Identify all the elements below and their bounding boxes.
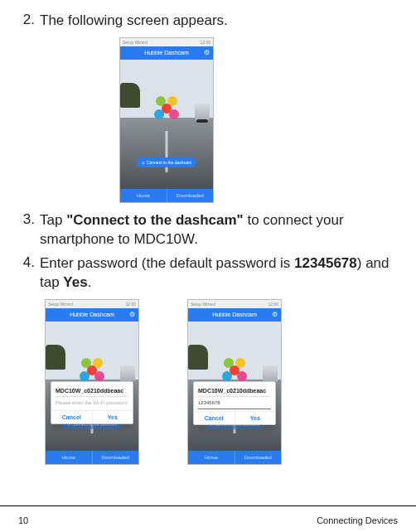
status-right: 12:00 xyxy=(125,302,136,307)
connect-pill-label: Connect to the dashcam xyxy=(147,160,191,165)
connect-phrase-bold: "Connect to the dashcam" xyxy=(66,212,244,228)
gear-icon: ⚙ xyxy=(272,311,278,318)
dialog-yes: Yes xyxy=(235,412,276,424)
phone-bg: ⏚ Connect to the dashcam xyxy=(120,60,213,189)
phone-mock-password-filled: Setup Wizard 12:00 Hubble Dashcam ⚙ ⏚ Co… xyxy=(187,299,282,465)
phone-bottom-tabs: Home Downloaded xyxy=(120,189,213,202)
phone-mock-password-empty: Setup Wizard 12:00 Hubble Dashcam ⚙ ⏚ Co… xyxy=(45,299,139,465)
status-right: 12:00 xyxy=(268,302,278,307)
screenshot-step2-wrap: Setup Wizard 12:00 Hubble Dashcam ⚙ ⏚ Co… xyxy=(18,37,398,203)
tab-downloaded: Downloaded xyxy=(235,451,282,464)
tab-home: Home xyxy=(120,189,167,202)
dialog-cancel: Cancel xyxy=(51,411,93,423)
tab-downloaded: Downloaded xyxy=(167,189,214,202)
page-number: 10 xyxy=(18,515,28,525)
status-right: 12:00 xyxy=(200,40,210,45)
hubble-logo-icon xyxy=(222,358,247,383)
dialog-password-placeholder: Please enter the Wi-Fi password xyxy=(56,397,128,409)
phone-statusbar: Setup Wizard 12:00 xyxy=(46,300,138,308)
status-left: Setup Wizard xyxy=(123,40,148,45)
appbar-title: Hubble Dashcam xyxy=(144,50,189,56)
password-bold: 12345678 xyxy=(294,255,357,271)
section-title: Connecting Devices xyxy=(317,515,398,525)
tab-home: Home xyxy=(188,451,235,464)
phone-statusbar: Setup Wizard 12:00 xyxy=(120,38,213,46)
screenshot-step4-row: Setup Wizard 12:00 Hubble Dashcam ⚙ ⏚ Co… xyxy=(18,299,398,465)
appbar-title: Hubble Dashcam xyxy=(70,312,114,317)
dialog-ssid: MDC10W_c0210ddbeaac xyxy=(56,385,128,397)
hubble-logo-icon xyxy=(154,96,179,121)
step-number: 3. xyxy=(18,211,40,249)
step-3: 3. Tap "Connect to the dashcam" to conne… xyxy=(18,211,398,249)
phone-bottom-tabs: Home Downloaded xyxy=(46,451,138,464)
step-number: 4. xyxy=(18,254,40,293)
dialog-buttons: Cancel Yes xyxy=(51,410,133,423)
connect-pill: ⏚ Connect to the dashcam xyxy=(137,157,196,167)
page-footer: 10 Connecting Devices xyxy=(0,505,416,532)
dialog-ssid: MDC10W_c0210ddbeaac xyxy=(198,385,271,397)
phone-bg: ⏚ Connect to the dashcam MDC10W_c0210ddb… xyxy=(188,322,281,451)
t: Enter password (the default password is xyxy=(40,255,294,271)
wifi-icon: ⏚ xyxy=(142,160,145,165)
status-left: Setup Wizard xyxy=(191,302,215,307)
dialog-buttons: Cancel Yes xyxy=(194,411,275,424)
wifi-dialog: MDC10W_c0210ddbeaac 12345678 Cancel Yes xyxy=(193,381,276,425)
phone-bottom-tabs: Home Downloaded xyxy=(188,451,281,464)
appbar-title: Hubble Dashcam xyxy=(212,312,257,317)
dialog-cancel: Cancel xyxy=(194,412,235,424)
hubble-logo-icon xyxy=(80,358,104,383)
dialog-password-value: 12345678 xyxy=(198,397,271,409)
phone-statusbar: Setup Wizard 12:00 xyxy=(188,300,281,308)
yes-bold: Yes xyxy=(63,274,87,290)
tab-downloaded: Downloaded xyxy=(93,451,139,464)
t: Tap xyxy=(40,212,66,228)
gear-icon: ⚙ xyxy=(129,311,135,318)
step-number: 2. xyxy=(18,12,40,31)
step-text: The following screen appears. xyxy=(40,12,398,31)
phone-mock-main: Setup Wizard 12:00 Hubble Dashcam ⚙ ⏚ Co… xyxy=(119,37,214,203)
dashcam-photo xyxy=(120,60,213,189)
phone-appbar: Hubble Dashcam ⚙ xyxy=(188,308,281,322)
tab-home: Home xyxy=(46,451,93,464)
step-text: Enter password (the default password is … xyxy=(40,254,398,293)
step-2: 2. The following screen appears. xyxy=(18,12,398,31)
phone-appbar: Hubble Dashcam ⚙ xyxy=(46,308,138,322)
step-4: 4. Enter password (the default password … xyxy=(18,254,398,293)
dialog-yes: Yes xyxy=(93,411,133,423)
phone-bg: ⏚ Connect to the dashcam MDC10W_c0210ddb… xyxy=(46,322,138,451)
t: . xyxy=(88,274,92,290)
step-text: Tap "Connect to the dashcam" to connect … xyxy=(40,211,398,249)
wifi-dialog: MDC10W_c0210ddbeaac Please enter the Wi-… xyxy=(51,381,133,424)
phone-appbar: Hubble Dashcam ⚙ xyxy=(120,46,213,60)
status-left: Setup Wizard xyxy=(48,302,73,307)
gear-icon: ⚙ xyxy=(204,49,210,56)
